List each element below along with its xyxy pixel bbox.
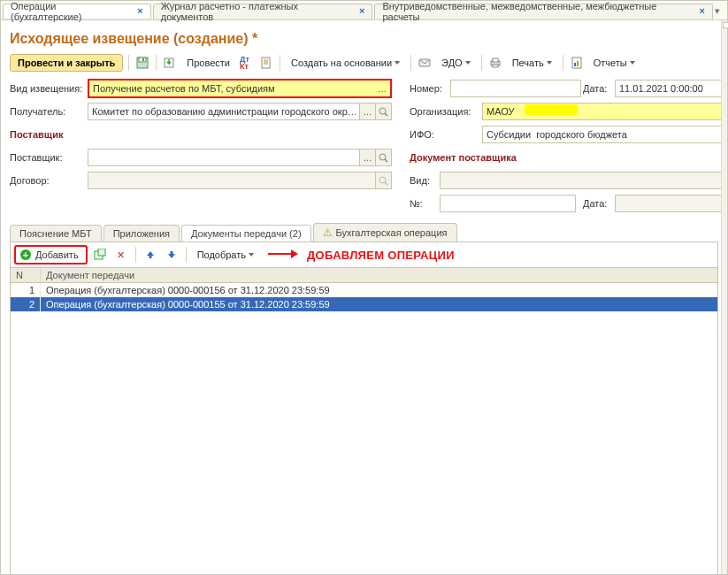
tab-transfer-docs[interactable]: Документы передачи (2) (181, 225, 311, 242)
detail-tabs: Пояснение МБТ Приложения Документы перед… (10, 222, 718, 242)
move-down-icon[interactable] (163, 246, 180, 264)
reports-icon[interactable] (569, 55, 585, 71)
tab-explanation[interactable]: Пояснение МБТ (10, 225, 102, 242)
kind-label: Вид: (410, 175, 440, 186)
warning-icon: ⚠ (323, 226, 333, 239)
cell-doc: Операция (бухгалтерская) 0000-000156 от … (41, 283, 717, 297)
select-icon[interactable]: … (374, 80, 390, 96)
ifo-label: ИФО: (410, 129, 482, 140)
doc-tab-label: Журнал расчетно - платежных документов (161, 1, 349, 22)
date-label: Дата: (583, 83, 615, 94)
doc-tab-label: Внутриведомственные, межведомственные, м… (382, 1, 688, 22)
create-based-button[interactable]: Создать на основании (286, 55, 405, 71)
add-button[interactable]: + Добавить (14, 245, 88, 264)
main-toolbar: Провести и закрыть Провести ДтКт Создать… (10, 52, 718, 73)
post-icon[interactable] (162, 55, 178, 71)
dt-kt-icon[interactable]: ДтКт (239, 55, 255, 71)
page-title: Исходящее извещение (создание) * (10, 31, 718, 47)
supplier-doc-header: Документ поставщика (410, 152, 517, 163)
redaction-mask (525, 104, 578, 115)
form-area: Вид извещения: … Номер: Дата: Получатель… (10, 79, 718, 213)
svg-point-17 (379, 108, 386, 114)
number-label: Номер: (410, 83, 450, 94)
notice-type-field-wrap: … (88, 79, 392, 98)
close-icon[interactable]: × (357, 6, 366, 16)
close-icon[interactable]: × (698, 6, 707, 16)
tabs-dropdown-icon[interactable]: ▾ (715, 5, 720, 17)
document-tabs-bar: Операции (бухгалтерские) × Журнал расчет… (1, 1, 727, 20)
svg-point-23 (379, 177, 386, 183)
detail-body: + Добавить ✕ Подобрать ДОБАВЛЯЕМ ОПЕРАЦИ… (10, 242, 718, 575)
doc-tab-journal[interactable]: Журнал расчетно - платежных документов × (153, 4, 373, 19)
table-row[interactable]: 2 Операция (бухгалтерская) 0000-000155 о… (11, 297, 717, 311)
organization-field[interactable] (482, 103, 728, 120)
arrow-annotation (268, 247, 298, 263)
svg-rect-10 (493, 58, 498, 62)
recipient-field[interactable] (88, 103, 360, 120)
ifo-field[interactable] (482, 126, 728, 143)
cell-n: 1 (11, 283, 41, 297)
print-button[interactable]: Печать (507, 55, 557, 71)
save-icon[interactable] (134, 55, 150, 71)
edo-button[interactable]: ЭДО (436, 55, 476, 71)
search-icon[interactable] (376, 172, 392, 189)
contract-label: Договор: (10, 175, 88, 186)
svg-rect-4 (262, 58, 270, 68)
date2-field[interactable] (615, 195, 728, 212)
table-row[interactable]: 1 Операция (бухгалтерская) 0000-000156 о… (11, 283, 717, 297)
close-icon[interactable]: × (135, 6, 144, 16)
search-icon[interactable] (376, 149, 392, 166)
annotation-text: ДОБАВЛЯЕМ ОПЕРАЦИИ (307, 249, 455, 262)
right-gutter (721, 20, 727, 574)
svg-line-24 (385, 182, 387, 185)
grid-header: N Документ передачи (11, 267, 717, 283)
date2-label: Дата: (583, 198, 615, 209)
notice-type-field[interactable] (89, 80, 374, 96)
supplier-field[interactable] (88, 149, 360, 166)
col-doc[interactable]: Документ передачи (41, 268, 717, 282)
post-and-close-button[interactable]: Провести и закрыть (10, 54, 123, 72)
no-label: №: (410, 198, 440, 209)
edo-icon[interactable] (417, 55, 433, 71)
search-icon[interactable] (376, 103, 392, 120)
col-n[interactable]: N (11, 268, 41, 282)
move-up-icon[interactable] (142, 246, 159, 264)
supplier-label: Поставщик: (10, 152, 88, 163)
svg-rect-28 (98, 249, 105, 256)
supplier-header: Поставщик (10, 129, 63, 140)
add-label: Добавить (35, 249, 79, 260)
plus-icon: + (20, 249, 31, 260)
doc-tab-operations[interactable]: Операции (бухгалтерские) × (3, 4, 151, 19)
recipient-label: Получатель: (10, 106, 88, 117)
no-field[interactable] (440, 195, 576, 212)
doc-tab-label: Операции (бухгалтерские) (11, 1, 126, 22)
select-icon[interactable]: … (360, 149, 376, 166)
delete-icon[interactable]: ✕ (112, 246, 130, 264)
insert-icon[interactable] (91, 246, 109, 264)
svg-rect-14 (577, 61, 579, 66)
svg-rect-13 (574, 63, 576, 66)
select-icon[interactable]: … (360, 103, 376, 120)
reports-button[interactable]: Отчеты (588, 55, 640, 71)
tab-label: Бухгалтерская операция (336, 227, 448, 238)
kind-field[interactable] (440, 172, 728, 189)
print-icon[interactable] (487, 55, 503, 71)
notice-type-label: Вид извещения: (10, 83, 88, 94)
svg-line-18 (385, 113, 387, 116)
number-field[interactable] (450, 80, 581, 97)
svg-rect-29 (149, 255, 151, 258)
organization-label: Организация: (410, 106, 482, 117)
cell-n: 2 (11, 297, 41, 311)
svg-rect-30 (170, 251, 172, 255)
inner-toolbar: + Добавить ✕ Подобрать ДОБАВЛЯЕМ ОПЕРАЦИ… (11, 242, 717, 267)
select-button[interactable]: Подобрать (192, 247, 259, 263)
svg-line-22 (385, 159, 387, 162)
svg-point-21 (379, 154, 386, 160)
doc-tab-interbudget[interactable]: Внутриведомственные, межведомственные, м… (374, 4, 713, 19)
tab-attachments[interactable]: Приложения (103, 225, 180, 242)
tab-accounting-op[interactable]: ⚠ Бухгалтерская операция (313, 223, 457, 242)
date-field[interactable] (615, 80, 728, 97)
report-icon[interactable] (258, 55, 274, 71)
post-button[interactable]: Провести (181, 55, 235, 71)
contract-field[interactable] (88, 172, 376, 189)
